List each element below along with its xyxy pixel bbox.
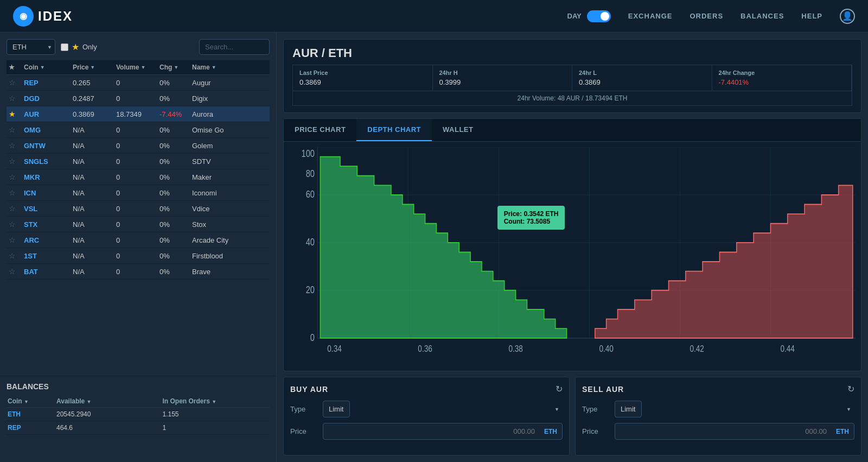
svg-text:0: 0 (310, 332, 315, 343)
star-btn[interactable]: ☆ (9, 236, 24, 244)
balances-table-header: Coin ▼ Available ▼ In Open Orders ▼ (7, 395, 270, 408)
balances-section: BALANCES Coin ▼ Available ▼ In Open Orde… (0, 375, 276, 462)
table-row[interactable]: ☆ BAT N/A 0 0% Brave (7, 264, 270, 280)
coin-name: Omise Go (192, 126, 267, 134)
coin-price: N/A (73, 252, 116, 260)
star-btn[interactable]: ☆ (9, 94, 24, 103)
nav-exchange[interactable]: EXCHANGE (628, 12, 673, 20)
coin-price: N/A (73, 205, 116, 213)
buy-type-select[interactable]: Limit (323, 401, 350, 417)
day-toggle-switch[interactable] (587, 10, 611, 22)
star-btn[interactable]: ☆ (9, 125, 24, 134)
tab-price-chart[interactable]: PRICE CHART (284, 119, 356, 141)
bal-coin: ETH (8, 410, 56, 418)
sell-price-input[interactable] (615, 423, 854, 440)
table-row[interactable]: ☆ STX N/A 0 0% Stox (7, 217, 270, 232)
nav-balances[interactable]: BALANCES (741, 12, 784, 20)
bal-coin: REP (8, 424, 56, 432)
sell-refresh-btn[interactable]: ↻ (847, 384, 854, 394)
main-layout: ETH ★ Only ★ Coin ▼ Price ▼ Volume ▼ Chg… (0, 33, 868, 462)
search-input[interactable] (199, 39, 270, 55)
bal-available: 20545.2940 (56, 410, 163, 418)
coin-name: Digix (192, 94, 267, 103)
star-btn[interactable]: ☆ (9, 267, 24, 276)
stat-last-price-label: Last Price (299, 69, 426, 76)
coin-volume: 0 (116, 205, 159, 213)
balances-title: BALANCES (7, 382, 270, 391)
buy-price-input[interactable] (323, 423, 563, 440)
table-row[interactable]: ☆ MKR N/A 0 0% Maker (7, 169, 270, 185)
table-row[interactable]: ☆ REP 0.265 0 0% Augur (7, 75, 270, 91)
stat-change-label: 24hr Change (719, 69, 845, 76)
coin-price: 0.2487 (73, 94, 116, 103)
header-coin: Coin ▼ (24, 64, 73, 71)
svg-text:0.36: 0.36 (418, 344, 432, 353)
header: ◉ IDEX DAY EXCHANGE ORDERS BALANCES HELP… (0, 0, 868, 33)
table-row[interactable]: ☆ GNTW N/A 0 0% Golem (7, 138, 270, 154)
coin-volume: 0 (116, 142, 159, 150)
bal-available: 464.6 (56, 424, 163, 432)
tab-depth-chart[interactable]: DEPTH CHART (356, 119, 432, 141)
stat-low-value: 0.3869 (579, 78, 705, 86)
table-row[interactable]: ☆ SNGLS N/A 0 0% SDTV (7, 154, 270, 169)
coin-price: N/A (73, 268, 116, 276)
star-btn[interactable]: ☆ (9, 204, 24, 213)
coin-symbol: ARC (24, 236, 73, 244)
chart-section: PRICE CHART DEPTH CHART WALLET (283, 118, 861, 371)
bal-open-orders: 1 (163, 424, 269, 432)
buy-panel: BUY AUR ↻ Type Limit Price ETH (283, 377, 570, 455)
sell-price-label: Price (582, 427, 609, 435)
day-toggle[interactable]: DAY (567, 10, 611, 22)
coin-volume: 0 (116, 252, 159, 260)
coin-name: Brave (192, 268, 267, 276)
market-select[interactable]: ETH (7, 39, 55, 55)
star-btn[interactable]: ☆ (9, 173, 24, 181)
star-btn[interactable]: ☆ (9, 251, 24, 260)
coin-symbol: AUR (24, 110, 73, 118)
coin-chg: 0% (159, 94, 192, 103)
sell-panel: SELL AUR ↻ Type Limit Price ETH (575, 377, 861, 455)
coin-price: N/A (73, 189, 116, 197)
stat-volume: 24hr Volume: 48 AUR / 18.73494 ETH (293, 91, 852, 105)
star-btn[interactable]: ★ (9, 110, 24, 118)
tab-wallet[interactable]: WALLET (432, 119, 484, 141)
coin-volume: 0 (116, 126, 159, 134)
table-row[interactable]: ☆ ARC N/A 0 0% Arcade City (7, 232, 270, 248)
coin-name: Aurora (192, 110, 267, 118)
star-btn[interactable]: ☆ (9, 188, 24, 197)
buy-refresh-btn[interactable]: ↻ (556, 384, 563, 394)
svg-text:60: 60 (306, 189, 315, 200)
sell-title: SELL AUR (582, 385, 624, 394)
star-btn[interactable]: ☆ (9, 141, 24, 150)
table-row[interactable]: ☆ ICN N/A 0 0% Iconomi (7, 185, 270, 201)
user-icon[interactable]: 👤 (840, 9, 855, 24)
left-panel: ETH ★ Only ★ Coin ▼ Price ▼ Volume ▼ Chg… (0, 33, 277, 462)
chart-area: 0 20 40 60 100 80 0.34 0.36 0.38 0.40 (284, 142, 861, 371)
nav-help[interactable]: HELP (801, 12, 822, 20)
table-row[interactable]: ☆ OMG N/A 0 0% Omise Go (7, 122, 270, 138)
stat-change: 24hr Change -7.4401% (712, 65, 852, 91)
coin-name: Stox (192, 220, 267, 229)
table-row[interactable]: ★ AUR 0.3869 18.7349 -7.44% Aurora (7, 106, 270, 122)
balance-row: ETH 20545.2940 1.155 (7, 408, 270, 421)
depth-chart-svg: 0 20 40 60 100 80 0.34 0.36 0.38 0.40 (289, 147, 856, 365)
header-chg: Chg ▼ (159, 64, 192, 71)
coin-symbol: GNTW (24, 142, 73, 150)
coin-price: 0.265 (73, 79, 116, 87)
filter-checkbox[interactable] (61, 43, 68, 51)
buy-title: BUY AUR (290, 385, 328, 394)
coin-chg: 0% (159, 79, 192, 87)
sell-type-select[interactable]: Limit (615, 401, 642, 417)
buy-price-label: Price (290, 427, 317, 435)
table-row[interactable]: ☆ 1ST N/A 0 0% Firstblood (7, 248, 270, 264)
coin-chg: 0% (159, 220, 192, 229)
table-row[interactable]: ☆ VSL N/A 0 0% Vdice (7, 201, 270, 217)
nav-orders[interactable]: ORDERS (690, 12, 723, 20)
table-row[interactable]: ☆ DGD 0.2487 0 0% Digix (7, 91, 270, 106)
buy-price-row: Price ETH (290, 423, 563, 440)
star-btn[interactable]: ☆ (9, 157, 24, 166)
star-btn[interactable]: ☆ (9, 220, 24, 229)
coin-volume: 0 (116, 236, 159, 244)
star-btn[interactable]: ☆ (9, 78, 24, 87)
coin-volume: 0 (116, 173, 159, 181)
